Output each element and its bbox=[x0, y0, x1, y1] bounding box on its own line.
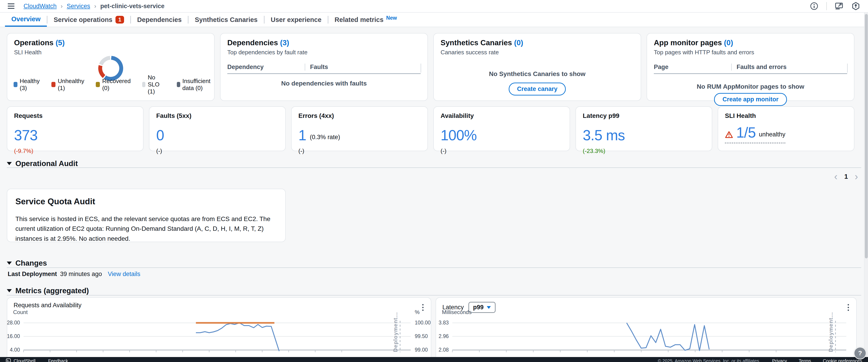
line-chart-plot: Deployment... bbox=[452, 320, 846, 357]
view-details-link[interactable]: View details bbox=[108, 271, 141, 277]
kpi-label: SLI Health bbox=[725, 112, 847, 120]
collapse-caret-icon bbox=[7, 289, 12, 292]
last-deployment-time: 39 minutes ago bbox=[60, 271, 102, 277]
app-monitor-table-header: Page Faults and errors bbox=[654, 64, 847, 74]
previous-page-arrow[interactable]: ‹ bbox=[834, 172, 838, 181]
dependencies-card-title: Dependencies (3) bbox=[227, 38, 421, 47]
tab-related-metrics[interactable]: Related metricsNew bbox=[328, 13, 403, 27]
synthetics-card-subtitle: Canaries success rate bbox=[440, 49, 634, 56]
sli-health-status: unhealthy bbox=[759, 131, 785, 140]
tab-user-experience[interactable]: User experience bbox=[265, 13, 328, 27]
devtools-icon[interactable] bbox=[835, 2, 843, 11]
service-quota-audit-card: Service Quota Audit This service is host… bbox=[7, 189, 286, 242]
app-monitor-card-title: App monitor pages (0) bbox=[654, 38, 847, 47]
settings-icon[interactable] bbox=[851, 2, 860, 11]
chevron-down-icon bbox=[487, 306, 491, 309]
synthetics-count[interactable]: (0) bbox=[514, 38, 523, 47]
chart-actions-kebab-icon[interactable] bbox=[421, 303, 425, 312]
percentile-dropdown[interactable]: p99 bbox=[468, 302, 496, 313]
chart-title: Requests and Availability bbox=[13, 302, 82, 309]
alert-count-badge: 1 bbox=[116, 16, 124, 24]
legend-swatch bbox=[142, 82, 145, 87]
legend-item-no-slo: No SLO (1) bbox=[142, 74, 166, 95]
availability-kpi-card: Availability 100% (-) bbox=[433, 106, 570, 151]
deployment-marker-label: Deployment... bbox=[828, 312, 834, 352]
legend-item-insufficient-data: Insufficient data (0) bbox=[177, 77, 214, 92]
availability-value: 100% bbox=[440, 128, 477, 142]
cookie-preferences-link[interactable]: Cookie preferences bbox=[823, 358, 862, 362]
cloudshell-terminal-icon bbox=[6, 358, 11, 362]
breadcrumb-separator: › bbox=[94, 3, 96, 10]
latency-kpi-card: Latency p99 3.5 ms (-23.3%) bbox=[576, 106, 712, 151]
dependencies-table-header: Dependency Faults bbox=[227, 64, 421, 74]
right-y-axis-tick-label: 99.50 bbox=[415, 333, 428, 339]
operations-count[interactable]: (5) bbox=[56, 38, 64, 47]
operations-card-subtitle: SLI Health bbox=[14, 49, 207, 56]
tab-overview[interactable]: Overview bbox=[5, 13, 47, 27]
feedback-button[interactable]: Feedback bbox=[48, 358, 68, 362]
faults-trend: (-) bbox=[156, 147, 278, 155]
tab-service-operations[interactable]: Service operations1 bbox=[47, 13, 130, 27]
audit-pagination: ‹ 1 › bbox=[834, 172, 858, 181]
requests-value: 373 bbox=[14, 128, 38, 142]
warning-icon bbox=[725, 131, 733, 140]
y-axis-tick-label: 28.00 bbox=[4, 320, 20, 326]
vertical-scrollbar bbox=[864, 13, 868, 357]
cloudshell-button[interactable]: CloudShell bbox=[6, 358, 35, 362]
tab-dependencies[interactable]: Dependencies bbox=[131, 13, 188, 27]
legend-swatch bbox=[13, 82, 18, 87]
scrollbar-thumb[interactable] bbox=[865, 14, 868, 258]
top-navigation-bar: CloudWatch › Services › pet-clinic-vets-… bbox=[0, 0, 868, 13]
latency-value: 3.5 ms bbox=[583, 128, 625, 142]
dependencies-empty-state: No dependencies with faults bbox=[227, 80, 421, 87]
console-footer-bar: CloudShell Feedback © 2025, Amazon Web S… bbox=[0, 357, 868, 362]
column-faults: Faults bbox=[305, 64, 421, 71]
metrics-section-header[interactable]: Metrics (aggregated) bbox=[7, 287, 89, 295]
requests-kpi-card: Requests 373 (-9.7%) bbox=[7, 106, 144, 151]
operations-card: Operations (5) SLI Health Healthy (3) Un… bbox=[7, 33, 215, 101]
legend-swatch bbox=[52, 82, 56, 87]
create-canary-button[interactable]: Create canary bbox=[509, 83, 566, 96]
next-page-arrow[interactable]: › bbox=[855, 172, 858, 181]
tab-synthetics-canaries[interactable]: Synthetics Canaries bbox=[188, 13, 264, 27]
right-y-axis-tick-label: 99.00 bbox=[415, 347, 428, 353]
tab-bar: Overview Service operations1 Dependencie… bbox=[0, 13, 868, 27]
sli-health-popover-trigger[interactable]: 1/5 unhealthy bbox=[725, 125, 785, 143]
sli-health-value: 1/5 bbox=[736, 125, 756, 140]
create-app-monitor-button[interactable]: Create app monitor bbox=[714, 93, 787, 106]
chart-actions-kebab-icon[interactable] bbox=[846, 303, 850, 312]
dependencies-card: Dependencies (3) Top dependencies by fau… bbox=[220, 33, 428, 101]
operational-audit-section-header[interactable]: Operational Audit bbox=[7, 159, 78, 168]
last-deployment-label: Last Deployment bbox=[8, 271, 57, 277]
dependencies-count[interactable]: (3) bbox=[280, 38, 289, 47]
info-icon[interactable] bbox=[810, 2, 819, 11]
current-page-number[interactable]: 1 bbox=[844, 173, 848, 180]
kpi-label: Errors (4xx) bbox=[299, 112, 421, 120]
faults-kpi-card: Faults (5xx) 0 (-) bbox=[149, 106, 286, 151]
y-axis-tick-label: 3.83 bbox=[433, 320, 449, 326]
new-feature-flag: New bbox=[386, 15, 397, 21]
y-axis-tick-label: 2.96 bbox=[433, 333, 449, 339]
series-latency-p99 bbox=[627, 323, 709, 351]
changes-section-header[interactable]: Changes bbox=[7, 259, 47, 267]
help-button[interactable]: ? bbox=[855, 348, 866, 359]
dependencies-card-subtitle: Top dependencies by fault rate bbox=[227, 49, 421, 56]
right-y-axis-unit-label: % bbox=[415, 309, 420, 316]
breadcrumb-services[interactable]: Services bbox=[67, 3, 90, 10]
legend-swatch bbox=[96, 82, 100, 87]
hamburger-menu-icon[interactable] bbox=[8, 3, 14, 9]
privacy-link[interactable]: Privacy bbox=[772, 358, 787, 362]
column-divider bbox=[847, 64, 848, 73]
section-divider bbox=[7, 267, 861, 268]
legend-item-recovered: Recovered (0) bbox=[96, 77, 132, 92]
sli-health-kpi-card: SLI Health 1/5 unhealthy bbox=[718, 106, 855, 151]
synthetics-canaries-card: Synthetics Canaries (0) Canaries success… bbox=[433, 33, 641, 101]
breadcrumb-cloudwatch[interactable]: CloudWatch bbox=[24, 3, 57, 10]
app-monitor-empty-state: No RUM AppMonitor pages to show bbox=[654, 83, 847, 90]
synthetics-card-title: Synthetics Canaries (0) bbox=[440, 38, 634, 47]
section-divider bbox=[7, 295, 861, 295]
y-axis-tick-label: 16.00 bbox=[4, 333, 20, 339]
app-monitor-count[interactable]: (0) bbox=[724, 38, 733, 47]
service-quota-audit-body: This service is hosted in ECS, and the r… bbox=[16, 214, 277, 243]
terms-link[interactable]: Terms bbox=[799, 358, 811, 362]
